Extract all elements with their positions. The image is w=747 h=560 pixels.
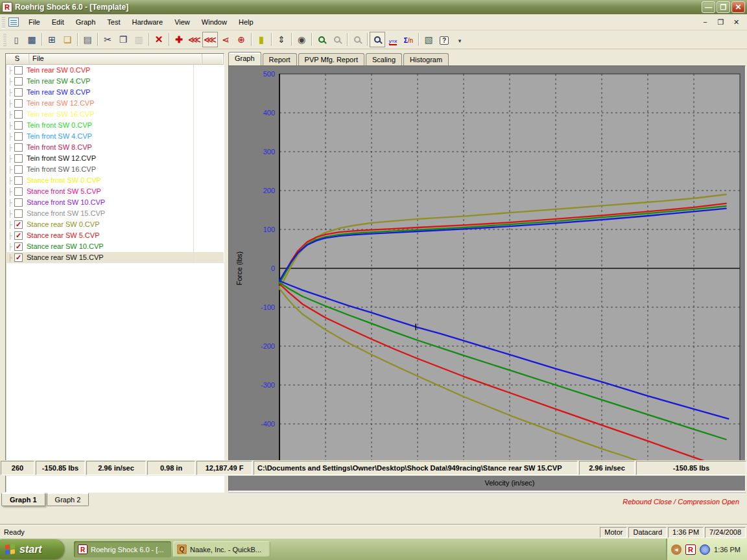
- tab-graph[interactable]: Graph: [228, 52, 261, 65]
- toolbar-cut-button[interactable]: ✂: [100, 32, 115, 47]
- toolbar-gas-force-button[interactable]: ▮: [254, 32, 269, 47]
- minimize-button[interactable]: —: [702, 1, 715, 13]
- toolbar-zoom-out-button[interactable]: [329, 32, 345, 47]
- menu-graph[interactable]: Graph: [70, 16, 102, 28]
- menu-hardware[interactable]: Hardware: [126, 16, 169, 28]
- tab-graph-2[interactable]: Graph 2: [47, 493, 89, 506]
- toolbar-curves-window-button[interactable]: ⋘: [202, 32, 218, 47]
- file-row[interactable]: ├Tein front SW 4.CVP: [6, 131, 224, 142]
- taskbar-task[interactable]: QNaake, Inc. - QuickB...: [173, 541, 270, 557]
- column-header-s[interactable]: S: [6, 54, 29, 64]
- file-row[interactable]: ├Stance front SW 15.CVP: [6, 208, 224, 219]
- file-checkbox[interactable]: [14, 121, 23, 130]
- tab-histogram[interactable]: Histogram: [403, 53, 449, 65]
- toolbar-curve-fit-button[interactable]: y=x: [385, 32, 401, 47]
- toolbar-print-button[interactable]: ▤: [80, 32, 95, 47]
- file-checkbox[interactable]: [14, 176, 23, 185]
- file-row[interactable]: ├Tein front SW 8.CVP: [6, 142, 224, 153]
- roehrig-tray-icon[interactable]: R: [685, 544, 696, 555]
- toolbar-curves-half-button[interactable]: ⋖: [218, 32, 233, 47]
- shock-dyno-chart[interactable]: 5004003002001000-100-200-300-400-5000.01…: [229, 66, 745, 491]
- file-checkbox[interactable]: ✓: [14, 231, 23, 240]
- tab-report[interactable]: Report: [263, 53, 297, 65]
- tab-scaling[interactable]: Scaling: [366, 53, 402, 65]
- file-checkbox[interactable]: [14, 209, 23, 218]
- tray-status-icon[interactable]: [700, 544, 710, 555]
- toolbar-separator: [169, 33, 169, 46]
- menu-help[interactable]: Help: [233, 16, 259, 28]
- menu-edit[interactable]: Edit: [46, 16, 70, 28]
- file-row[interactable]: ├✓Stance rear SW 0.CVP: [6, 219, 224, 230]
- y-tick-label: 200: [263, 187, 275, 194]
- taskbar-task[interactable]: RRoehrig Shock 6.0 - [...: [74, 541, 171, 557]
- file-row[interactable]: ├Tein rear SW 8.CVP: [6, 87, 224, 98]
- file-row[interactable]: ├Tein rear SW 12.CVP: [6, 98, 224, 109]
- toolbar-zoom-in-button[interactable]: [314, 32, 329, 47]
- mdi-close-button[interactable]: ✕: [731, 18, 742, 27]
- menu-window[interactable]: Window: [196, 16, 233, 28]
- menu-file[interactable]: File: [23, 16, 46, 28]
- toolbar-save-button[interactable]: ▦: [24, 32, 40, 47]
- file-row[interactable]: ├Stance front SW 0.CVP: [6, 175, 224, 186]
- file-checkbox[interactable]: [14, 88, 23, 97]
- file-checkbox[interactable]: ✓: [14, 220, 23, 229]
- start-button[interactable]: start: [0, 540, 64, 559]
- tree-branch-icon: ├: [6, 187, 14, 197]
- file-checkbox[interactable]: ✓: [14, 242, 23, 251]
- file-checkbox[interactable]: [14, 154, 23, 163]
- file-checkbox[interactable]: [14, 143, 23, 152]
- menu-test[interactable]: Test: [101, 16, 126, 28]
- file-checkbox[interactable]: [14, 198, 23, 207]
- toolbar-export-data-button[interactable]: ▧: [421, 32, 436, 47]
- toolbar-circle-crosshair-button[interactable]: ⊕: [233, 32, 249, 47]
- mdi-minimize-button[interactable]: −: [700, 18, 711, 27]
- file-row[interactable]: ├Tein front SW 0.CVP: [6, 120, 224, 131]
- close-button[interactable]: ✕: [731, 1, 745, 13]
- restore-button[interactable]: ❐: [717, 1, 730, 13]
- file-checkbox[interactable]: [14, 66, 23, 75]
- toolbar-zoom-window-button[interactable]: [350, 32, 365, 47]
- file-row[interactable]: ├Stance front SW 5.CVP: [6, 186, 224, 197]
- tab-pvp-mfg-report[interactable]: PVP Mfg. Report: [298, 53, 364, 65]
- menu-view[interactable]: View: [169, 16, 196, 28]
- menubar-grip[interactable]: [2, 16, 5, 29]
- file-checkbox[interactable]: [14, 187, 23, 196]
- file-row[interactable]: ├✓Stance rear SW 15.CVP: [6, 252, 224, 263]
- tray-chevron-icon[interactable]: ◂: [671, 544, 682, 555]
- mdi-window-buttons: − ❐ ✕: [700, 18, 747, 27]
- file-checkbox[interactable]: [14, 132, 23, 141]
- file-row[interactable]: ├Tein rear SW 4.CVP: [6, 76, 224, 87]
- file-row[interactable]: ├Stance front SW 10.CVP: [6, 197, 224, 208]
- file-row[interactable]: ├Tein rear SW 16.CVP: [6, 109, 224, 120]
- toolbar-paste-button[interactable]: ▥: [131, 32, 147, 47]
- toolbar-help-button[interactable]: ?: [436, 32, 452, 47]
- file-checkbox[interactable]: [14, 99, 23, 108]
- toolbar-curves-all-button[interactable]: ⋘: [187, 32, 202, 47]
- file-row[interactable]: ├✓Stance rear SW 10.CVP: [6, 241, 224, 252]
- toolbar-magnify-button[interactable]: [370, 32, 385, 47]
- toolbar-more-button[interactable]: ▾: [452, 32, 468, 47]
- tab-graph-1[interactable]: Graph 1: [1, 493, 45, 506]
- toolbar-snapshot-button[interactable]: ◉: [294, 32, 309, 47]
- toolbar-delete-button[interactable]: ✕: [151, 32, 167, 47]
- file-row[interactable]: ├Tein front SW 16.CVP: [6, 164, 224, 175]
- toolbar-statistics-button[interactable]: Σ/n: [401, 32, 416, 47]
- toolbar-grip[interactable]: [3, 33, 6, 47]
- file-row[interactable]: ├✓Stance rear SW 5.CVP: [6, 230, 224, 241]
- file-row[interactable]: ├Tein front SW 12.CVP: [6, 153, 224, 164]
- toolbar-open-button[interactable]: ❏: [60, 32, 75, 47]
- toolbar-separator: [311, 33, 312, 46]
- file-checkbox[interactable]: [14, 165, 23, 174]
- file-checkbox[interactable]: [14, 110, 23, 119]
- file-checkbox[interactable]: [14, 77, 23, 86]
- toolbar-copy-button[interactable]: ❐: [115, 32, 131, 47]
- file-checkbox[interactable]: ✓: [14, 253, 23, 262]
- toolbar-crosshair-button[interactable]: ✚: [171, 32, 187, 47]
- file-row[interactable]: ├Tein rear SW 0.CVP: [6, 65, 224, 76]
- column-header-file[interactable]: File: [29, 54, 202, 64]
- toolbar-adjust-button[interactable]: ⇕: [274, 32, 289, 47]
- graph-page-tabs: Graph 1Graph 2: [1, 493, 90, 509]
- toolbar-new-button[interactable]: ▯: [8, 32, 24, 47]
- toolbar-send-graph-button[interactable]: ⊞: [44, 32, 60, 47]
- mdi-restore-button[interactable]: ❐: [715, 18, 726, 27]
